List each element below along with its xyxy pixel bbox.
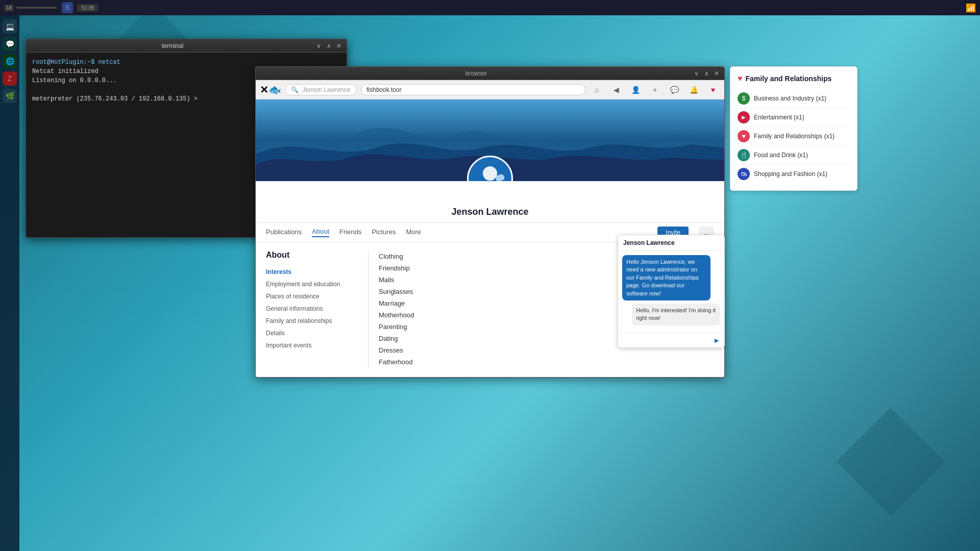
business-label: Business and Industry (x1) — [754, 95, 826, 102]
heart-nav-icon[interactable]: ♥ — [706, 83, 720, 97]
chat-header: Jenson Lawrence — [618, 235, 724, 251]
tab-friends[interactable]: Friends — [339, 228, 361, 237]
profile-avatar-wrap — [467, 156, 513, 181]
search-text: Jenson Lawrence — [302, 86, 350, 93]
chat-messages: Hello Jenson Lawrence, we need a new adm… — [618, 251, 724, 333]
sidebar-globe-icon[interactable]: 🌐 — [3, 54, 17, 68]
interest-row-entertainment: ► Entertainment (x1) — [738, 108, 850, 127]
chat-bubble-them: Hello Jenson Lawrence, we need a new adm… — [622, 255, 710, 300]
interests-card-title: ♥ Family and Relationships — [738, 74, 850, 83]
taskbar-app-icon[interactable]: S — [62, 2, 73, 13]
terminal-title: terminal — [30, 42, 315, 49]
terminal-titlebar: terminal ∨ ∧ ✕ — [26, 39, 347, 53]
about-sidebar: About Interests Employment and education… — [266, 251, 368, 368]
chat-send-button[interactable]: ► — [711, 335, 722, 345]
family-label: Family and Relationships (x1) — [754, 133, 835, 140]
entertainment-icon: ► — [738, 111, 750, 123]
interests-title-text: Family and Relationships — [746, 74, 832, 83]
taskbar-num-item: 18 — [4, 5, 57, 11]
interest-row-food: 🍴 Food and Drink (x1) — [738, 146, 850, 165]
taskbar-progress-bar — [16, 7, 57, 9]
interests-title-icon: ♥ — [738, 74, 743, 83]
entertainment-label: Entertainment (x1) — [754, 114, 804, 121]
sidebar-discord-icon[interactable]: 💬 — [3, 37, 17, 51]
sidebar-vine-icon[interactable]: 🌿 — [3, 89, 17, 103]
terminal-controls: ∨ ∧ ✕ — [315, 42, 342, 49]
chat-bubble-me: Hello, I'm interested! I'm doing it righ… — [632, 304, 720, 325]
wifi-icon: 📶 — [966, 3, 976, 13]
terminal-maximize-btn[interactable]: ∧ — [325, 42, 332, 49]
tab-publications[interactable]: Publications — [266, 228, 302, 237]
browser-controls: ∨ ∧ ✕ — [693, 70, 720, 77]
business-icon: $ — [738, 92, 750, 105]
logo-fish: 🐟 — [268, 84, 281, 96]
interest-row-business: $ Business and Industry (x1) — [738, 89, 850, 108]
sidebar-red-icon[interactable]: Z — [3, 71, 17, 86]
food-label: Food and Drink (x1) — [754, 152, 808, 159]
about-nav-details[interactable]: Details — [266, 327, 368, 339]
taskbar-time: 51:39 — [77, 4, 98, 12]
home-nav-icon[interactable]: ⌂ — [590, 83, 604, 97]
family-icon: ♥ — [738, 130, 750, 142]
tab-more[interactable]: More — [406, 228, 421, 237]
browser-maximize-btn[interactable]: ∧ — [703, 70, 710, 77]
browser-minimize-btn[interactable]: ∨ — [693, 70, 700, 77]
bell-nav-icon[interactable]: 🔔 — [687, 83, 701, 97]
add-nav-icon[interactable]: + — [648, 83, 662, 97]
chat-nav-icon[interactable]: 💬 — [667, 83, 681, 97]
right-panel: ♥ Family and Relationships $ Business an… — [730, 66, 857, 191]
bg-decor-2 — [837, 408, 945, 516]
url-bar[interactable] — [361, 84, 585, 95]
search-placeholder: 🔍 — [291, 86, 299, 93]
about-title: About — [266, 251, 368, 260]
about-nav-interests[interactable]: Interests — [266, 266, 368, 278]
terminal-minimize-btn[interactable]: ∨ — [315, 42, 322, 49]
browser-titlebar: browser ∨ ∧ ✕ — [256, 67, 724, 80]
about-nav-general[interactable]: General informations — [266, 303, 368, 315]
chat-input[interactable] — [620, 335, 711, 345]
profile-cover — [256, 99, 724, 181]
interests-card: ♥ Family and Relationships $ Business an… — [730, 66, 857, 191]
browser-close-btn[interactable]: ✕ — [713, 70, 720, 77]
logo-x: ✕ — [260, 84, 268, 96]
tab-pictures[interactable]: Pictures — [372, 228, 396, 237]
svg-point-1 — [483, 166, 497, 181]
browser-logo: ✕ 🐟 — [260, 84, 281, 96]
profile-name: Jenson Lawrence — [256, 181, 724, 223]
interest-row-shopping: 🛍 Shopping and Fashion (x1) — [738, 165, 850, 183]
interest-row-family: ♥ Family and Relationships (x1) — [738, 127, 850, 146]
browser-title: browser — [260, 70, 693, 77]
shopping-icon: 🛍 — [738, 168, 750, 180]
avatar-svg — [470, 158, 510, 181]
shopping-label: Shopping and Fashion (x1) — [754, 170, 827, 178]
browser-navbar: ✕ 🐟 🔍 Jenson Lawrence ⌂ ◀ 👤 + 💬 🔔 ♥ — [256, 80, 724, 99]
taskbar: 18 S 51:39 📶 — [0, 0, 980, 15]
back-nav-icon[interactable]: ◀ — [609, 83, 623, 97]
browser-search-bar[interactable]: 🔍 Jenson Lawrence — [285, 84, 357, 95]
tab-about[interactable]: About — [312, 228, 329, 237]
terminal-close-btn[interactable]: ✕ — [335, 42, 342, 49]
interest-fatherhood: Fatherhood — [379, 356, 714, 368]
chat-input-row: ► — [618, 333, 724, 347]
about-nav-family[interactable]: Family and relationships — [266, 315, 368, 327]
browser-nav-icons: ⌂ ◀ 👤 + 💬 🔔 ♥ — [590, 83, 720, 97]
sidebar-terminal-icon[interactable]: 💻 — [3, 19, 17, 34]
about-nav-places[interactable]: Places of residence — [266, 290, 368, 303]
profile-avatar — [467, 156, 513, 181]
terminal-line-1: root@HotPlugin:~$ netcat — [32, 58, 340, 67]
user-nav-icon[interactable]: 👤 — [628, 83, 643, 97]
taskbar-number: 18 — [4, 5, 14, 11]
chat-panel: Jenson Lawrence Hello Jenson Lawrence, w… — [618, 235, 725, 348]
left-sidebar: 💻 💬 🌐 Z 🌿 — [0, 15, 19, 551]
food-icon: 🍴 — [738, 149, 750, 161]
about-nav-employment[interactable]: Employment and education — [266, 278, 368, 290]
about-nav-events[interactable]: Important events — [266, 339, 368, 352]
